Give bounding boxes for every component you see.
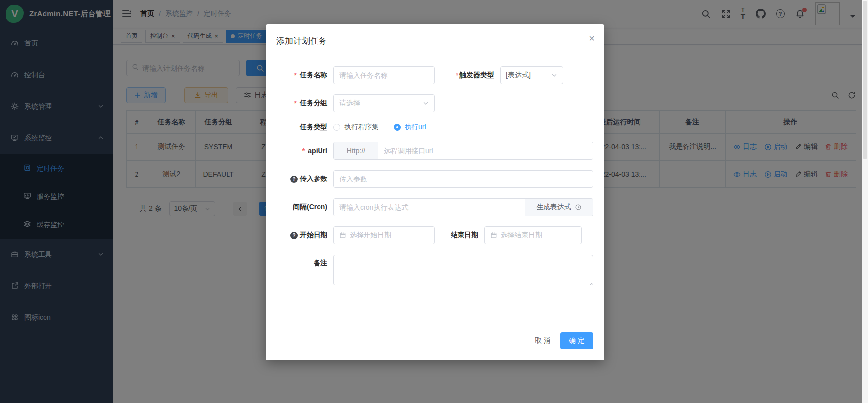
task-name-input[interactable] [339, 71, 429, 79]
task-group-label: 任务分组 [275, 99, 333, 108]
add-task-dialog: 添加计划任务 × 任务名称 触发器类型 [表达式] 任务分组 请选择 [266, 24, 604, 360]
confirm-button[interactable]: 确 定 [560, 332, 593, 349]
question-icon[interactable]: ? [290, 232, 298, 239]
cron-field: 生成表达式 [333, 198, 593, 216]
clock-icon [575, 204, 582, 211]
api-url-prefix: Http:// [334, 142, 378, 159]
radio-exec-assembly[interactable]: 执行程序集 [333, 123, 379, 132]
task-name-label: 任务名称 [275, 71, 333, 80]
remark-label: 备注 [275, 259, 333, 268]
dialog-footer: 取 消 确 定 [535, 332, 593, 349]
calendar-icon [339, 232, 346, 239]
radio-icon [333, 124, 340, 131]
dialog-title: 添加计划任务 [266, 24, 604, 46]
trigger-type-label: 触发器类型 [435, 71, 500, 80]
task-group-select[interactable]: 请选择 [333, 94, 435, 112]
cancel-button[interactable]: 取 消 [535, 336, 550, 345]
question-icon[interactable]: ? [290, 176, 298, 183]
remark-field [333, 255, 593, 287]
api-url-field: Http:// [333, 142, 593, 160]
chevron-down-icon [423, 100, 429, 106]
trigger-type-select[interactable]: [表达式] [500, 66, 563, 84]
radio-checked-icon [394, 124, 401, 131]
app-window: V ZrAdmin.NET-后台管理 首页 控制台 系统管理 系统监控 [0, 0, 868, 403]
api-url-label: apiUrl [275, 147, 333, 155]
remark-textarea[interactable] [333, 255, 593, 285]
start-date-picker[interactable]: 选择开始日期 [333, 226, 435, 244]
close-icon[interactable]: × [589, 33, 594, 43]
scrollbar-thumb[interactable] [863, 1, 867, 159]
chevron-down-icon [551, 72, 557, 78]
radio-exec-url[interactable]: 执行url [394, 123, 426, 132]
end-date-picker[interactable]: 选择结束日期 [484, 226, 582, 244]
params-field[interactable] [333, 170, 593, 188]
task-name-field[interactable] [333, 66, 435, 84]
cron-input[interactable] [334, 199, 525, 216]
generate-cron-button[interactable]: 生成表达式 [525, 199, 593, 216]
browser-scrollbar[interactable] [862, 0, 868, 403]
api-url-input[interactable] [378, 142, 593, 159]
start-date-label: ? 开始日期 [275, 231, 333, 240]
dialog-form: 任务名称 触发器类型 [表达式] 任务分组 请选择 任务类型 [266, 66, 604, 287]
params-input[interactable] [339, 175, 587, 183]
params-label: ? 传入参数 [275, 175, 333, 183]
task-type-radios: 执行程序集 执行url [333, 123, 426, 132]
cron-label: 间隔(Cron) [275, 203, 333, 212]
calendar-icon [490, 232, 497, 239]
task-type-label: 任务类型 [275, 123, 333, 132]
end-date-label: 结束日期 [435, 231, 484, 240]
